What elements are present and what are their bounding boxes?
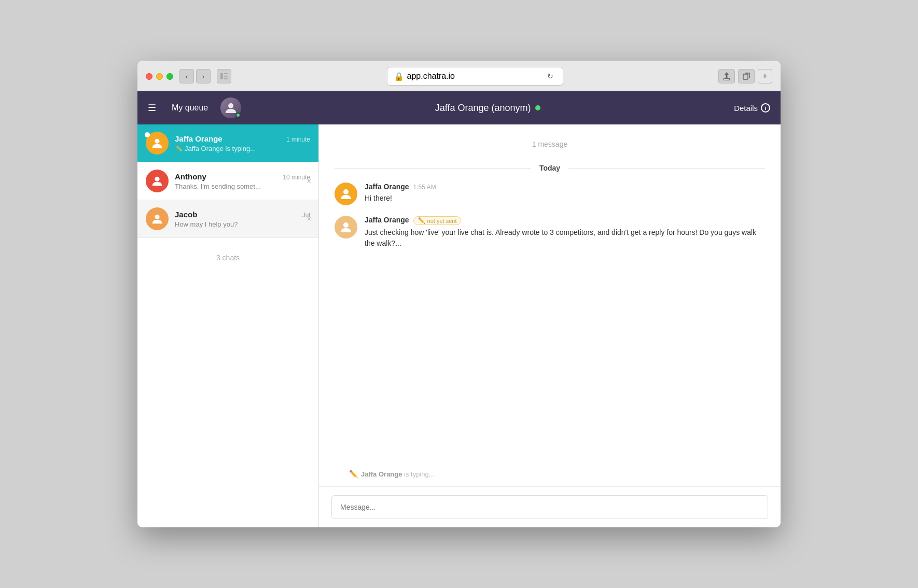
typing-text: Jaffa Orange is typing... <box>361 470 435 478</box>
not-sent-icon: ✏️ <box>418 217 425 224</box>
info-icon: i <box>761 103 770 113</box>
message-text-1: Hi there! <box>365 193 765 204</box>
details-button[interactable]: Details i <box>734 103 770 113</box>
close-traffic-light[interactable] <box>146 73 152 80</box>
chat-main: 1 message Today <box>319 124 781 527</box>
back-button[interactable]: ‹ <box>179 69 194 83</box>
typing-sender: Jaffa Orange <box>361 470 402 478</box>
typing-pencil-icon: ✏️ <box>175 145 183 152</box>
browser-actions: + <box>718 69 772 83</box>
chat-time-jaffa: 1 minute <box>286 136 310 143</box>
chat-info-jacob: Jacob Jul How may I help you? <box>175 210 310 228</box>
svg-point-11 <box>155 177 159 181</box>
person-icon-jacob <box>151 213 163 225</box>
svg-rect-4 <box>724 78 730 79</box>
message-sender-2: Jaffa Orange <box>365 216 409 224</box>
url-text: app.chatra.io <box>407 72 455 81</box>
message-content-1: Jaffa Orange 1:55 AM Hi there! <box>365 183 765 204</box>
chat-info-jaffa: Jaffa Orange 1 minute ✏️ Jaffa Orange is… <box>175 134 310 152</box>
chat-preview-anthony: Thanks, I'm sending somet... <box>175 183 310 190</box>
message-sender-1: Jaffa Orange <box>365 183 409 191</box>
not-yet-sent-badge: ✏️ not yet sent <box>413 216 462 225</box>
message-row-1: Jaffa Orange 1:55 AM Hi there! <box>335 183 765 205</box>
lock-icon: 🔒 <box>394 72 404 81</box>
svg-point-13 <box>343 189 349 194</box>
message-row-2: Jaffa Orange ✏️ not yet sent Just checki… <box>335 216 765 249</box>
address-section: 🔒 app.chatra.io ↻ <box>238 67 712 86</box>
chat-name-row-jaffa: Jaffa Orange 1 minute <box>175 134 310 143</box>
svg-rect-7 <box>724 80 730 80</box>
day-divider-line-left <box>335 168 531 169</box>
chats-count: 3 chats <box>137 243 318 272</box>
chat-name-jacob: Jacob <box>175 210 197 219</box>
traffic-lights <box>146 73 173 80</box>
new-tab-button[interactable]: + <box>758 69 772 83</box>
typing-indicator: ✏️ Jaffa Orange is typing... <box>319 468 781 486</box>
svg-rect-0 <box>220 73 223 79</box>
sidebar-toggle-button[interactable] <box>217 69 231 83</box>
chat-name-jaffa: Jaffa Orange <box>175 134 222 143</box>
person-icon-msg1 <box>340 188 352 200</box>
messages-area: Jaffa Orange 1:55 AM Hi there! <box>319 177 781 468</box>
chat-preview-jaffa: ✏️ Jaffa Orange is typing... <box>175 145 310 152</box>
person-icon-msg2 <box>340 221 352 233</box>
chat-avatar-anthony <box>146 170 169 192</box>
chat-name-row-anthony: Anthony 10 minute <box>175 172 310 181</box>
forward-button[interactable]: › <box>196 69 211 83</box>
share-button[interactable] <box>718 69 735 83</box>
message-meta-1: Jaffa Orange 1:55 AM <box>365 183 765 191</box>
person-icon <box>225 102 237 114</box>
unread-dot-jaffa <box>145 132 150 137</box>
message-avatar-1 <box>335 183 357 205</box>
svg-point-12 <box>155 215 159 219</box>
chat-name-anthony: Anthony <box>175 172 206 181</box>
svg-rect-8 <box>743 74 748 79</box>
chat-online-dot <box>535 105 540 110</box>
chat-time-anthony: 10 minute <box>283 174 310 181</box>
day-divider: Today <box>319 159 781 177</box>
day-label: Today <box>539 164 560 172</box>
person-icon-anthony <box>151 175 163 187</box>
chat-sidebar: Jaffa Orange 1 minute ✏️ Jaffa Orange is… <box>137 124 319 527</box>
typing-pencil-icon-main: ✏️ <box>349 470 358 478</box>
person-icon-jaffa <box>151 137 163 149</box>
svg-rect-3 <box>224 78 228 79</box>
app-header: ☰ My queue Jaffa Orange (anonym) <box>137 91 781 124</box>
svg-point-10 <box>155 139 159 144</box>
chat-info-anthony: Anthony 10 minute Thanks, I'm sending so… <box>175 172 310 190</box>
chat-name-row-jacob: Jacob Jul <box>175 210 310 219</box>
reload-button[interactable]: ↻ <box>544 70 557 82</box>
typing-suffix: is typing... <box>402 470 434 478</box>
message-input[interactable] <box>331 495 768 519</box>
svg-point-9 <box>228 103 233 108</box>
menu-icon[interactable]: ☰ <box>148 102 163 114</box>
close-jacob-button[interactable]: × <box>307 215 311 223</box>
agent-avatar-container <box>220 97 241 118</box>
nav-buttons: ‹ › <box>179 69 211 83</box>
svg-rect-2 <box>224 76 228 77</box>
chat-item-jaffa[interactable]: Jaffa Orange 1 minute ✏️ Jaffa Orange is… <box>137 124 318 162</box>
message-time-1: 1:55 AM <box>413 184 436 191</box>
agent-online-dot <box>235 113 241 118</box>
browser-chrome: ‹ › 🔒 app.chatra.io ↻ <box>137 61 781 91</box>
chat-item-jacob[interactable]: Jacob Jul How may I help you? × <box>137 200 318 238</box>
address-bar[interactable]: 🔒 app.chatra.io ↻ <box>387 67 563 86</box>
close-anthony-button[interactable]: × <box>307 177 311 185</box>
queue-title: My queue <box>172 103 208 113</box>
message-avatar-2 <box>335 216 357 239</box>
chat-preview-jacob: How may I help you? <box>175 220 310 228</box>
message-input-area <box>319 486 781 527</box>
duplicate-button[interactable] <box>738 69 755 83</box>
chat-avatar-jaffa <box>146 132 169 155</box>
chat-avatar-jacob <box>146 207 169 230</box>
chat-header-name: Jaffa Orange (anonym) <box>241 103 734 114</box>
chat-item-anthony[interactable]: Anthony 10 minute Thanks, I'm sending so… <box>137 162 318 200</box>
minimize-traffic-light[interactable] <box>156 73 163 80</box>
browser-window: ‹ › 🔒 app.chatra.io ↻ <box>137 61 781 527</box>
fullscreen-traffic-light[interactable] <box>166 73 173 80</box>
svg-point-14 <box>343 222 349 228</box>
main-area: Jaffa Orange 1 minute ✏️ Jaffa Orange is… <box>137 124 781 527</box>
not-sent-label: not yet sent <box>427 218 457 224</box>
svg-rect-1 <box>224 73 228 74</box>
day-divider-line-right <box>568 168 765 169</box>
